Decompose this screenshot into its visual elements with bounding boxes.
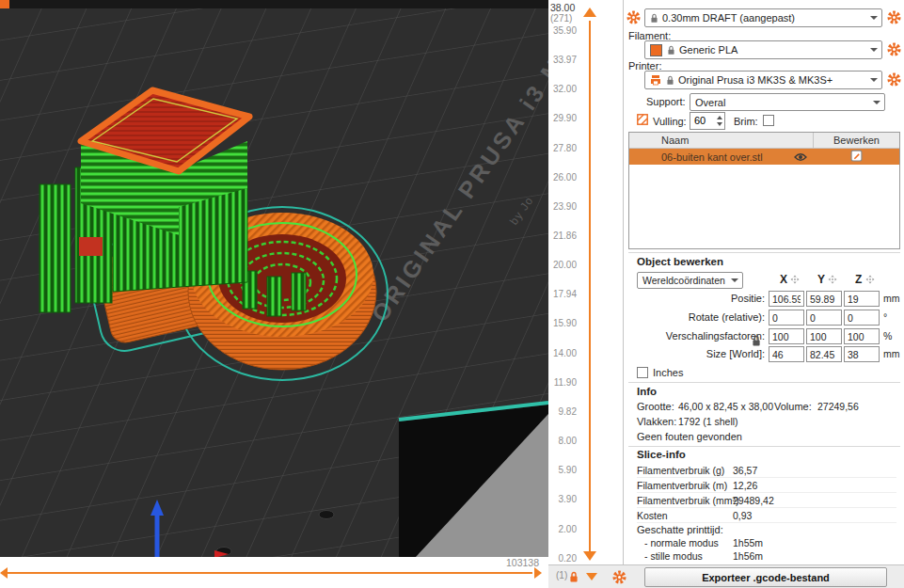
time-normal-value: 1h55m	[733, 537, 763, 548]
infill-value: 60	[694, 115, 706, 126]
uniform-scale-lock-icon[interactable]	[752, 335, 761, 347]
export-gcode-label: Exporteer .gcode-bestand	[702, 572, 830, 583]
filament-settings-gear-icon[interactable]	[887, 42, 901, 56]
coordinate-system-combo[interactable]: Wereldcoördinaten	[637, 272, 743, 289]
facets-label: Vlakken:	[637, 416, 676, 427]
layer-slider[interactable]	[589, 21, 591, 555]
layer-slider-step-down-arrow[interactable]	[586, 573, 597, 580]
printer-preset-combo[interactable]: Original Prusa i3 MK3S & MK3S+	[644, 71, 882, 89]
printer-preset-value: Original Prusa i3 MK3S & MK3S+	[678, 74, 833, 86]
infill-icon	[637, 114, 648, 125]
filament-color-swatch	[650, 44, 662, 56]
filament-preset-combo[interactable]: Generic PLA	[644, 40, 882, 59]
slice-row-cost: Kosten 0,93	[637, 509, 896, 523]
column-edit: Bewerken	[813, 133, 899, 148]
scale-unit: %	[883, 330, 892, 342]
support-label: Support:	[646, 96, 686, 107]
support-value: Overal	[695, 97, 725, 108]
layer-slider-bottom-handle[interactable]	[583, 551, 596, 561]
axis-move-icon	[828, 275, 837, 284]
slice-info-title: Slice-info	[637, 449, 686, 460]
object-row[interactable]: 06-buiten kant over.stl	[629, 149, 899, 165]
chevron-down-icon	[873, 101, 880, 104]
position-x-input[interactable]	[769, 291, 804, 307]
layer-tick-label: 3.90	[548, 494, 577, 504]
slice-row-filament-g: Filamentverbruik (g) 36,57	[637, 464, 896, 478]
move-slider-left-arrow[interactable]	[0, 567, 8, 579]
scale-x-input[interactable]	[769, 328, 804, 344]
slice-value: 12,26	[733, 480, 757, 491]
export-bar: (1) Exporteer .gcode-bestand	[548, 564, 904, 588]
printer-settings-gear-icon[interactable]	[887, 72, 901, 87]
object-list: Naam Bewerken 06-buiten kant over.stl	[628, 132, 900, 249]
slice-value: 29489,42	[733, 495, 774, 506]
slice-label: Filamentverbruik (mm³)	[637, 495, 739, 506]
rotate-label: Rotate (relative):	[624, 311, 765, 323]
rotate-x-input[interactable]	[769, 310, 804, 326]
scale-y-input[interactable]	[806, 328, 842, 344]
position-z-input[interactable]	[844, 291, 880, 307]
slider-lock-icon[interactable]	[569, 571, 579, 583]
move-slider-right-arrow[interactable]	[534, 567, 542, 579]
move-slider-strip: 103138	[0, 557, 548, 588]
rotate-z-input[interactable]	[844, 310, 880, 326]
brim-label: Brim:	[734, 116, 758, 127]
rotate-y-input[interactable]	[806, 310, 842, 326]
layer-tick-label: 8.00	[548, 436, 577, 446]
axis-move-icon	[865, 275, 875, 284]
edit-object-icon[interactable]	[850, 150, 863, 162]
manipulation-title: Object bewerken	[637, 256, 723, 267]
layer-tick-label: 27.80	[548, 143, 577, 153]
time-stealth-value: 1h56m	[733, 550, 763, 562]
volume-label: Volume:	[774, 401, 812, 412]
3d-viewport[interactable]: ORIGINAL PRUSA i3 M by Jo	[0, 0, 548, 557]
move-slider[interactable]	[8, 572, 532, 574]
size-x-input[interactable]	[769, 346, 804, 362]
axis-z-header: Z	[855, 273, 862, 286]
layer-tick-label: 17.94	[548, 289, 577, 299]
settings-panel: 0.30mm DRAFT (aangepast) Filament: Gener…	[623, 0, 904, 564]
print-preset-value: 0.30mm DRAFT (aangepast)	[662, 12, 795, 24]
position-label: Positie:	[624, 293, 765, 304]
divider	[628, 382, 900, 383]
position-y-input[interactable]	[806, 291, 842, 307]
print-settings-edit-gear-icon[interactable]	[887, 10, 901, 24]
inches-checkbox[interactable]	[637, 367, 648, 378]
chevron-down-icon	[870, 78, 878, 82]
eye-icon[interactable]	[794, 152, 807, 162]
layer-tick-label: 14.00	[548, 348, 577, 358]
export-gcode-button[interactable]: Exporteer .gcode-bestand	[644, 567, 887, 587]
spinner-up-arrow[interactable]	[717, 116, 722, 119]
slice-label: Kosten	[637, 510, 668, 521]
filament-preset-value: Generic PLA	[679, 44, 737, 56]
support-combo[interactable]: Overal	[690, 93, 885, 111]
slice-value: 36,57	[733, 465, 757, 476]
lock-icon	[650, 13, 658, 24]
time-stealth-label: - stille modus	[644, 550, 703, 562]
infill-spinner[interactable]: 60	[690, 112, 725, 130]
facets-value: 1792 (1 shell)	[678, 416, 738, 427]
rotate-unit: °	[883, 311, 887, 323]
size-label: Size [World]:	[624, 348, 765, 359]
scale-z-input[interactable]	[844, 328, 880, 344]
layer-slider-top-handle[interactable]	[583, 8, 596, 17]
export-settings-gear-icon[interactable]	[612, 570, 626, 584]
size-z-input[interactable]	[844, 346, 880, 362]
print-preset-combo[interactable]: 0.30mm DRAFT (aangepast)	[644, 8, 882, 27]
lock-icon	[667, 45, 675, 56]
brim-checkbox[interactable]	[763, 115, 774, 126]
layer-tick-label: 35.90	[548, 25, 577, 36]
time-normal-label: - normale modus	[644, 537, 719, 548]
layer-tick-label: 21.86	[548, 230, 577, 241]
layer-tick-label: 20.00	[548, 260, 577, 270]
print-settings-gear-icon[interactable]	[626, 10, 641, 24]
bed-front-edge	[399, 403, 548, 557]
object-list-header: Naam Bewerken	[629, 133, 899, 149]
axis-move-icon	[790, 275, 800, 284]
size-y-input[interactable]	[806, 346, 842, 362]
spinner-down-arrow[interactable]	[717, 122, 722, 126]
divider	[628, 446, 900, 447]
gcode-preview-canvas[interactable]: ORIGINAL PRUSA i3 M by Jo	[0, 0, 548, 557]
layer-tick-label: 9.82	[548, 406, 577, 417]
chevron-down-icon	[870, 16, 878, 20]
